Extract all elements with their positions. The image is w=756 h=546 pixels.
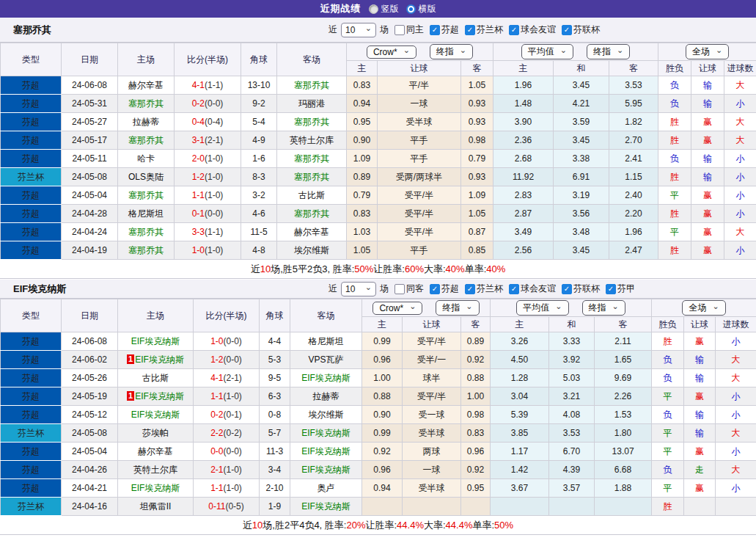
home-team-name[interactable]: 英特土尔库 [133, 465, 177, 475]
home-team-name[interactable]: 哈卡 [137, 153, 155, 164]
away-team-name[interactable]: 格尼斯坦 [309, 336, 344, 346]
away-team-name[interactable]: 赫尔辛基 [294, 227, 329, 237]
away-team-name[interactable]: 塞那乔其 [294, 208, 329, 219]
home-team-name[interactable]: EIF埃克纳斯 [131, 336, 180, 346]
checked-checkbox-icon[interactable]: ✓ [509, 25, 519, 35]
avg-time-select[interactable]: 终指⌄ [587, 44, 630, 59]
away-team-name[interactable]: EIF埃克纳斯 [301, 465, 351, 475]
recent-count-select[interactable]: 10⌄ [341, 282, 376, 296]
radio-horizontal-icon[interactable] [406, 4, 416, 14]
away-team-name[interactable]: EIF埃克纳斯 [301, 501, 351, 512]
avg-select[interactable]: 平均值⌄ [521, 44, 573, 59]
league-filter-0[interactable]: ✓芬超 [430, 283, 459, 295]
radio-vertical-icon[interactable] [369, 4, 378, 14]
away-team-name[interactable]: 塞那乔其 [294, 172, 329, 182]
league-badge: 芬超 [1, 479, 62, 498]
away-team-name[interactable]: 拉赫蒂 [313, 391, 340, 401]
result-handicap: 赢 [691, 186, 724, 205]
same-venue-checkbox[interactable]: 同主 [394, 23, 424, 36]
away-team-name[interactable]: 埃尔维斯 [294, 245, 329, 255]
checked-checkbox-icon[interactable]: ✓ [562, 284, 572, 294]
unchecked-checkbox-icon[interactable] [394, 25, 405, 35]
home-team-name[interactable]: 古比斯 [142, 373, 169, 383]
bookmaker-select[interactable]: Crow*⌄ [373, 302, 422, 315]
home-team-name[interactable]: 拉赫蒂 [133, 117, 159, 127]
league-filter-1[interactable]: ✓芬兰杯 [465, 23, 503, 36]
home-team-name[interactable]: 赫尔辛基 [128, 80, 164, 90]
home-team-name[interactable]: 塞那乔其 [128, 135, 164, 145]
team-name[interactable]: 塞那乔其 [13, 23, 51, 37]
league-filter-0[interactable]: ✓芬超 [430, 23, 459, 36]
checked-checkbox-icon[interactable]: ✓ [430, 284, 440, 294]
recent-count-select[interactable]: 10⌄ [341, 23, 376, 37]
away-team-name[interactable]: 奥卢 [318, 483, 335, 493]
home-team-name[interactable]: EIF埃克纳斯 [135, 391, 184, 401]
layout-radio-horizontal[interactable]: 横版 [406, 3, 436, 15]
home-team-name[interactable]: 赫尔辛基 [138, 446, 173, 456]
home-team-name[interactable]: 塞那乔其 [128, 245, 164, 255]
result-outcome: 胜 [658, 168, 691, 186]
home-team-name[interactable]: 格尼斯坦 [128, 208, 164, 219]
checked-checkbox-icon[interactable]: ✓ [606, 284, 616, 294]
home-team-name[interactable]: 塞那乔其 [128, 98, 164, 109]
home-team-name[interactable]: EIF埃克纳斯 [131, 483, 180, 493]
league-filter-3[interactable]: ✓芬联杯 [562, 23, 600, 36]
away-team-name[interactable]: VPS瓦萨 [308, 354, 343, 365]
avg-away: 2.47 [609, 241, 658, 260]
scope-select[interactable]: 全场⌄ [682, 300, 725, 316]
away-team-name[interactable]: 埃尔维斯 [309, 410, 344, 420]
subcol-header-0: 主 [362, 317, 403, 332]
league-filter-3[interactable]: ✓芬联杯 [562, 283, 600, 295]
col-header-5: 客场 [290, 299, 362, 332]
league-filter-1[interactable]: ✓芬兰杯 [465, 283, 503, 295]
league-filter-4[interactable]: ✓芬甲 [606, 283, 635, 295]
bookmaker-select[interactable]: Crow*⌄ [367, 46, 416, 59]
away-team-name[interactable]: 古比斯 [298, 190, 325, 200]
radio-horizontal-label: 横版 [419, 3, 436, 15]
away-team-name[interactable]: 英特土尔库 [290, 135, 334, 145]
same-venue-checkbox[interactable]: 同客 [394, 283, 424, 295]
result-goals-value: 小 [736, 172, 745, 182]
full-time-score: 1-2 [210, 354, 223, 365]
match-date: 24-04-26 [62, 461, 118, 479]
checked-checkbox-icon[interactable]: ✓ [430, 25, 440, 35]
match-score: 4-1(2-1) [194, 369, 260, 387]
avg-time-select[interactable]: 终指⌄ [582, 300, 625, 316]
away-team-name[interactable]: EIF埃克纳斯 [301, 428, 351, 438]
away-team-name[interactable]: EIF埃克纳斯 [301, 373, 351, 383]
scope-select[interactable]: 全场⌄ [686, 44, 729, 59]
header-row-groups: 类型日期主场比分(半场)角球客场Crow*⌄终指⌄平均值⌄终指⌄全场⌄ [1, 43, 756, 61]
away-team-name[interactable]: 塞那乔其 [294, 117, 329, 127]
league-filter-2[interactable]: ✓球会友谊 [509, 283, 556, 295]
checked-checkbox-icon[interactable]: ✓ [509, 284, 519, 294]
odds-home: 1.09 [347, 150, 378, 168]
home-team-name[interactable]: 塞那乔其 [128, 190, 164, 200]
home-team-name[interactable]: 塞那乔其 [128, 227, 164, 237]
summary-text: 近 [251, 263, 260, 276]
home-team-cell: 塞那乔其 [118, 95, 175, 113]
odds-time-select[interactable]: 终指⌄ [436, 300, 479, 316]
away-team-name[interactable]: 塞那乔其 [294, 80, 329, 90]
home-team-name[interactable]: EIF埃克纳斯 [135, 354, 184, 365]
home-team-name[interactable]: 莎埃帕 [142, 428, 169, 438]
home-team-name[interactable]: OLS奥陆 [128, 172, 164, 182]
away-team-name[interactable]: 塞那乔其 [294, 153, 329, 164]
layout-radio-vertical[interactable]: 竖版 [369, 3, 399, 15]
result-goals-value: 小 [732, 336, 741, 346]
result-outcome-value: 胜 [670, 245, 679, 255]
checked-checkbox-icon[interactable]: ✓ [465, 284, 475, 294]
league-filter-2[interactable]: ✓球会友谊 [509, 23, 556, 36]
home-team-name[interactable]: EIF埃克纳斯 [131, 410, 180, 420]
league-filter-0-label: 芬超 [441, 23, 459, 36]
away-team-name[interactable]: EIF埃克纳斯 [301, 446, 351, 456]
checked-checkbox-icon[interactable]: ✓ [562, 25, 572, 35]
home-team-name[interactable]: 坦佩雷II [140, 501, 172, 512]
unchecked-checkbox-icon[interactable] [394, 284, 405, 294]
avg-select[interactable]: 平均值⌄ [516, 300, 568, 316]
odds-handicap: 受半球 [403, 424, 461, 443]
away-team-name[interactable]: 玛丽港 [298, 98, 325, 109]
odds-handicap: 平手 [378, 150, 461, 168]
odds-time-select[interactable]: 终指⌄ [430, 44, 473, 59]
team-name[interactable]: EIF埃克纳斯 [13, 283, 66, 296]
checked-checkbox-icon[interactable]: ✓ [465, 25, 475, 35]
